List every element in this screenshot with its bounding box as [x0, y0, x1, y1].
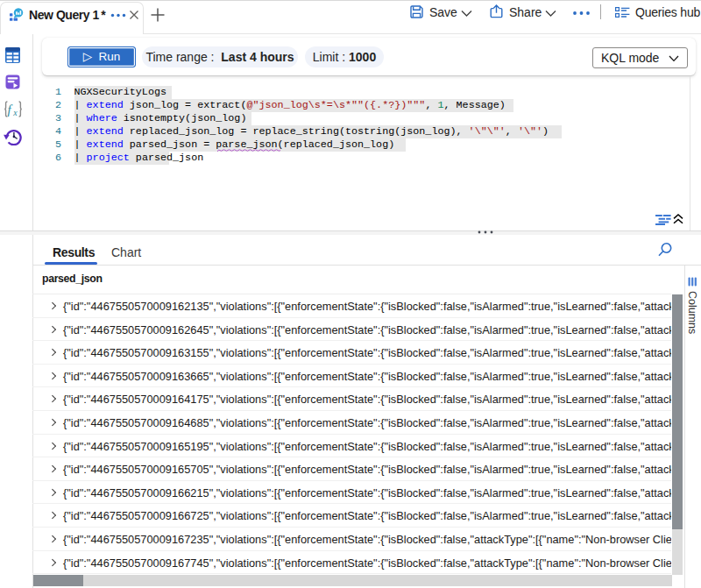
svg-text:f: f	[8, 103, 13, 117]
svg-text:x: x	[12, 108, 18, 117]
